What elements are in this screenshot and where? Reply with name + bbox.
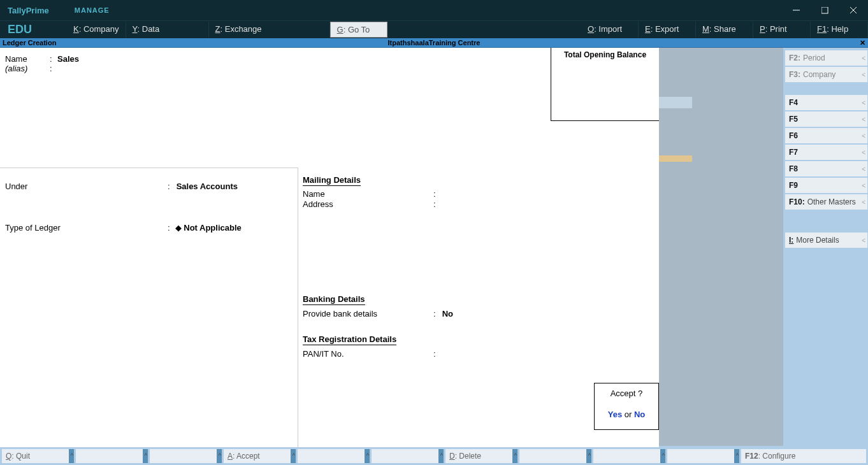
side-f5[interactable]: F5 [785, 111, 867, 127]
bottom-empty-5: . [519, 449, 591, 463]
type-label: Type of Ledger [5, 223, 168, 232]
menu-export[interactable]: E: Export [639, 22, 696, 38]
under-value[interactable]: Sales Accounts [177, 182, 238, 191]
accept-yes[interactable]: Yes [608, 410, 622, 419]
under-label: Under [5, 182, 168, 191]
accept-no[interactable]: No [634, 410, 645, 419]
menu-data[interactable]: Y: Data [126, 22, 209, 38]
bottom-accept[interactable]: A: Accept [224, 449, 296, 463]
bottom-empty-3: . [298, 449, 370, 463]
minimize-icon[interactable] [782, 0, 811, 20]
menu-import[interactable]: O: Import [581, 22, 639, 38]
mail-name-label: Name [303, 189, 433, 199]
menu-share[interactable]: M: Share [696, 22, 753, 38]
side-company[interactable]: F3:Company [785, 67, 867, 82]
name-label: Name [5, 54, 50, 64]
accept-question: Accept ? [595, 389, 658, 398]
bottom-empty-2: . [150, 449, 222, 463]
menu-help[interactable]: F1: Help [811, 22, 868, 38]
total-opening-balance-box: Total Opening Balance [551, 48, 659, 121]
menu-print[interactable]: P: Print [753, 22, 811, 38]
bank-label: Provide bank details [303, 309, 433, 318]
banking-header: Banking Details [303, 294, 365, 305]
header-close-icon[interactable]: ✕ [860, 39, 865, 47]
close-icon[interactable] [839, 0, 868, 20]
side-f7[interactable]: F7 [785, 145, 867, 160]
menu-company[interactable]: K: Company [67, 22, 126, 38]
side-period[interactable]: F2:Period [785, 50, 867, 66]
edition-label: EDU [0, 23, 67, 36]
bank-value[interactable]: No [442, 309, 453, 318]
side-more-details[interactable]: I:More Details [785, 232, 867, 248]
screen-header: Ledger Creation ItpathshaalaTraining Cen… [0, 38, 868, 48]
app-name: TallyPrime [0, 6, 49, 15]
svg-rect-1 [821, 7, 828, 13]
mail-address-label: Address [303, 199, 433, 209]
menu-exchange[interactable]: Z: Exchange [209, 22, 330, 38]
side-other-masters[interactable]: F10:Other Masters [785, 194, 867, 210]
bottom-empty-6: . [593, 449, 665, 463]
bottom-empty-7: . [667, 449, 739, 463]
tax-header: Tax Registration Details [303, 334, 396, 345]
top-menu-bar: EDU K: Company Y: Data Z: Exchange G: Go… [0, 20, 868, 38]
bottom-empty-1: . [76, 449, 148, 463]
ledger-form: Name:Sales (alias): Total Opening Balanc… [0, 48, 659, 447]
side-f4[interactable]: F4 [785, 95, 867, 110]
company-name: ItpathshaalaTraining Centre [388, 39, 481, 46]
maximize-icon[interactable] [811, 0, 839, 20]
side-f8[interactable]: F8 [785, 161, 867, 176]
screen-title: Ledger Creation [3, 39, 56, 46]
diamond-icon: ◆ [175, 223, 184, 232]
type-value[interactable]: Not Applicable [184, 223, 242, 232]
bottom-configure[interactable]: F12: Configure [741, 449, 866, 463]
name-value[interactable]: Sales [57, 54, 79, 64]
pan-label: PAN/IT No. [303, 349, 433, 359]
accept-dialog: Accept ? Yes or No [594, 383, 659, 430]
menu-goto[interactable]: G: Go To [330, 22, 387, 38]
bottom-bar: Q: Quit . . A: Accept . . D: Delete . . … [0, 447, 868, 465]
manage-label[interactable]: MANAGE [75, 6, 110, 14]
mailing-header: Mailing Details [303, 175, 361, 186]
title-bar: TallyPrime MANAGE [0, 0, 868, 20]
bottom-quit[interactable]: Q: Quit [2, 449, 74, 463]
alias-label: (alias) [5, 64, 50, 73]
side-actions: F2:Period F3:Company F4 F5 F6 F7 F8 F9 F… [783, 48, 868, 446]
side-f6[interactable]: F6 [785, 128, 867, 143]
side-f9[interactable]: F9 [785, 178, 867, 193]
bottom-delete[interactable]: D: Delete [445, 449, 517, 463]
bottom-empty-4: . [372, 449, 444, 463]
